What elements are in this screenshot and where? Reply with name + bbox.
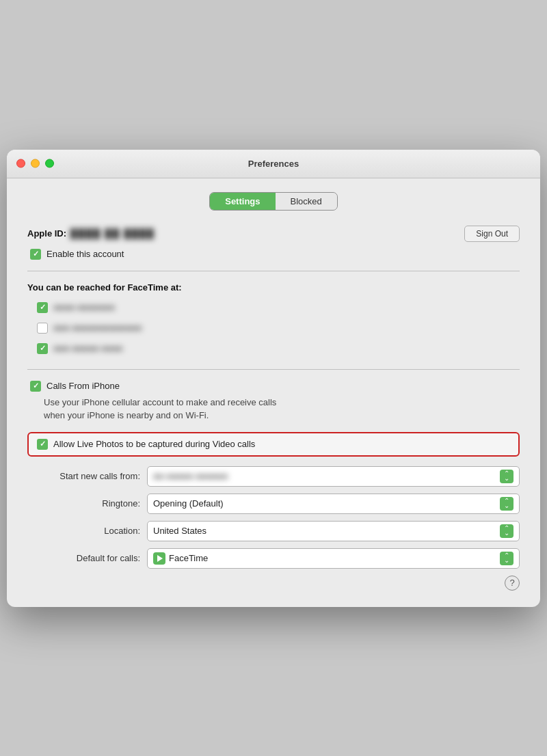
live-photos-row: Allow Live Photos to be captured during … bbox=[27, 432, 520, 457]
apple-id-label: Apple ID: bbox=[27, 228, 66, 239]
default-calls-row: Default for calls: FaceTime bbox=[27, 548, 520, 569]
start-calls-label: Start new calls from: bbox=[27, 471, 140, 481]
facetime-video-icon bbox=[153, 552, 165, 565]
ringtone-arrow-icon bbox=[500, 497, 513, 511]
titlebar: Preferences bbox=[7, 150, 540, 178]
contact-1-checkbox[interactable] bbox=[37, 302, 48, 313]
ringtone-value: Opening (Default) bbox=[153, 498, 224, 509]
apple-id-row: Apple ID: ████ ██ ████ Sign Out bbox=[27, 226, 520, 242]
enable-account-row: Enable this account bbox=[30, 249, 520, 260]
contact-3-value: ●●● ●●●●● ●●●● bbox=[53, 343, 122, 353]
contact-1-value: ●●●● ●●●●●●● bbox=[53, 302, 115, 312]
default-calls-select[interactable]: FaceTime bbox=[147, 548, 520, 569]
calls-section: Calls From iPhone Use your iPhone cellul… bbox=[27, 381, 520, 422]
contact-2-value: ●●● ●●●●●●●●●●●●● bbox=[53, 323, 142, 333]
location-arrow-icon bbox=[500, 524, 513, 538]
ringtone-row: Ringtone: Opening (Default) bbox=[27, 494, 520, 514]
start-calls-row: Start new calls from: ●● ●●●●● ●●●●●● bbox=[27, 466, 520, 487]
calls-from-iphone-checkbox[interactable] bbox=[30, 381, 41, 392]
contact-row-3: ●●● ●●●●● ●●●● bbox=[37, 343, 520, 354]
seg-wrapper: Settings Blocked bbox=[209, 192, 338, 211]
window-title: Preferences bbox=[248, 159, 299, 169]
apple-id-value: ████ ██ ████ bbox=[70, 228, 155, 239]
maximize-button[interactable] bbox=[45, 159, 54, 168]
minimize-button[interactable] bbox=[31, 159, 40, 168]
ringtone-label: Ringtone: bbox=[27, 498, 140, 509]
enable-account-label: Enable this account bbox=[46, 249, 124, 259]
start-calls-arrow-icon bbox=[500, 470, 513, 483]
location-value: United States bbox=[153, 526, 206, 536]
start-calls-select[interactable]: ●● ●●●●● ●●●●●● bbox=[147, 466, 520, 487]
close-button[interactable] bbox=[16, 159, 25, 168]
contact-3-checkbox[interactable] bbox=[37, 343, 48, 354]
sign-out-button[interactable]: Sign Out bbox=[464, 226, 520, 242]
preferences-window: Preferences Settings Blocked Apple ID: █… bbox=[7, 150, 540, 607]
live-photos-label: Allow Live Photos to be captured during … bbox=[53, 439, 255, 449]
contact-row-1: ●●●● ●●●●●●● bbox=[37, 302, 520, 313]
enable-account-checkbox[interactable] bbox=[30, 249, 41, 260]
facetime-section-title: You can be reached for FaceTime at: bbox=[27, 282, 520, 293]
apple-id-left: Apple ID: ████ ██ ████ bbox=[27, 228, 155, 239]
calls-from-iphone-desc: Use your iPhone cellular account to make… bbox=[44, 396, 520, 422]
live-photos-checkbox[interactable] bbox=[37, 439, 48, 450]
help-area: ? bbox=[27, 576, 520, 591]
start-calls-value: ●● ●●●●● ●●●●●● bbox=[153, 471, 228, 481]
help-button[interactable]: ? bbox=[505, 576, 520, 591]
segmented-control: Settings Blocked bbox=[27, 192, 520, 211]
blocked-tab[interactable]: Blocked bbox=[276, 193, 337, 210]
default-calls-value: FaceTime bbox=[169, 553, 208, 563]
divider-2 bbox=[27, 369, 520, 370]
traffic-lights bbox=[16, 159, 54, 168]
calls-from-iphone-label: Calls From iPhone bbox=[46, 381, 120, 391]
divider-1 bbox=[27, 271, 520, 271]
content-area: Settings Blocked Apple ID: ████ ██ ████ … bbox=[7, 178, 540, 607]
calls-from-iphone-row: Calls From iPhone bbox=[30, 381, 520, 392]
facetime-contacts: ●●●● ●●●●●●● ●●● ●●●●●●●●●●●●● ●●● ●●●●●… bbox=[34, 302, 520, 358]
default-calls-label: Default for calls: bbox=[27, 553, 140, 563]
default-calls-content: FaceTime bbox=[153, 552, 208, 565]
location-label: Location: bbox=[27, 526, 140, 536]
settings-tab[interactable]: Settings bbox=[210, 193, 275, 210]
location-row: Location: United States bbox=[27, 521, 520, 541]
contact-row-2: ●●● ●●●●●●●●●●●●● bbox=[37, 323, 520, 334]
contact-2-checkbox[interactable] bbox=[37, 323, 48, 334]
location-select[interactable]: United States bbox=[147, 521, 520, 541]
ringtone-select[interactable]: Opening (Default) bbox=[147, 494, 520, 514]
default-calls-arrow-icon bbox=[500, 552, 513, 565]
